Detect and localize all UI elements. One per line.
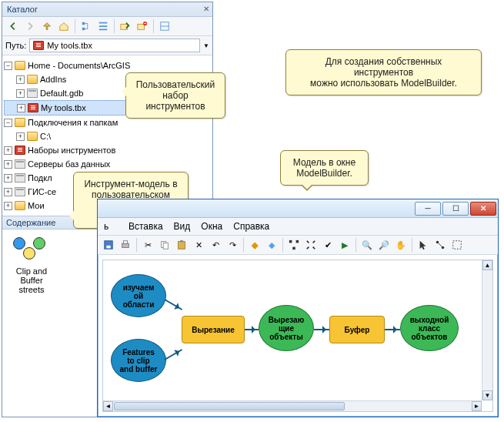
path-label: Путь: (5, 41, 26, 50)
menu-help[interactable]: Справка (233, 221, 269, 232)
node-tool-buffer[interactable]: Буфер (329, 316, 385, 343)
svg-rect-13 (180, 240, 183, 243)
connect-folder-icon[interactable] (118, 18, 133, 34)
svg-rect-3 (138, 24, 145, 29)
svg-rect-0 (82, 22, 85, 25)
arrow-left-icon[interactable] (5, 18, 21, 34)
dropdown-icon[interactable]: ▼ (203, 42, 209, 49)
run-icon[interactable]: ▶ (337, 237, 352, 253)
delete-icon[interactable]: ✕ (191, 237, 206, 253)
expand-icon[interactable]: + (16, 89, 25, 98)
auto-layout-icon[interactable] (286, 237, 302, 253)
node-input-1[interactable]: изучаем ой области (111, 274, 166, 317)
catalog-toolbar (2, 17, 212, 36)
tree-item-c-drive[interactable]: + C:\ (4, 129, 211, 143)
callout-hint: Для создания собственных инструментов мо… (285, 49, 482, 95)
collapse-icon[interactable]: − (4, 62, 12, 70)
arrow-right-grey-icon[interactable] (22, 18, 38, 34)
path-field[interactable]: My tools.tbx (29, 39, 200, 52)
folder-icon (15, 118, 25, 127)
connect-icon[interactable] (432, 237, 448, 253)
mb-toolbar: ✂ ✕ ↶ ↷ ◆ ◆ ✔ ▶ 🔍 🔎 ✋ (98, 236, 498, 255)
menu-insert[interactable]: Вставка (129, 221, 163, 232)
minimize-button[interactable]: ─ (415, 202, 441, 216)
up-icon[interactable] (39, 18, 55, 34)
copy-icon[interactable] (157, 237, 172, 253)
folder-icon (27, 132, 38, 141)
folder-icon (27, 75, 38, 84)
paste-icon[interactable] (174, 237, 189, 253)
expand-icon[interactable]: + (4, 160, 12, 169)
svg-rect-7 (106, 246, 110, 249)
menu-windows[interactable]: Окна (201, 221, 222, 232)
model-icon (13, 237, 50, 266)
tree-item-home[interactable]: − Home - Documents\ArcGIS (4, 59, 211, 72)
pan-icon[interactable]: ✋ (393, 237, 409, 253)
mb-titlebar: ─ ☐ ✕ (98, 199, 498, 218)
svg-rect-16 (292, 247, 295, 250)
select-all-icon[interactable] (449, 237, 465, 253)
toolbox-icon (28, 103, 38, 112)
print-icon[interactable] (118, 237, 133, 253)
tree-item-toolboxes[interactable]: + Наборы инструментов (4, 143, 211, 157)
menu-trunc[interactable]: ь (104, 221, 118, 232)
svg-rect-2 (121, 24, 128, 29)
cut-icon[interactable]: ✂ (140, 237, 155, 253)
callout-mb-window: Модель в окне ModelBuilder. (280, 150, 369, 186)
scrollbar-horizontal[interactable]: ◄ ► (103, 400, 482, 411)
folder-icon (15, 61, 25, 70)
zoom-out-icon[interactable]: 🔎 (376, 237, 392, 253)
home-icon[interactable] (56, 18, 72, 34)
add-data-icon[interactable]: ◆ (247, 237, 262, 253)
expand-icon[interactable]: + (16, 132, 25, 141)
expand-icon[interactable]: + (4, 202, 12, 210)
menu-view[interactable]: Вид (174, 221, 191, 232)
model-item[interactable]: Clip and Buffer streets (8, 237, 55, 294)
mb-menubar: ь Вставка Вид Окна Справка (98, 218, 498, 236)
node-output[interactable]: выходной класс объектов (400, 305, 459, 351)
expand-icon[interactable]: + (4, 188, 12, 196)
node-data-mid[interactable]: Вырезаю щие объекты (259, 305, 314, 351)
close-button[interactable]: ✕ (470, 202, 496, 216)
validate-icon[interactable]: ✔ (320, 237, 335, 253)
toolbox-icon (15, 146, 25, 155)
collapse-icon[interactable]: − (4, 119, 12, 127)
expand-icon[interactable]: + (16, 75, 25, 84)
full-extent-icon[interactable] (303, 237, 319, 253)
close-icon[interactable]: ✕ (203, 5, 209, 13)
select-icon[interactable] (416, 237, 431, 253)
connector (385, 329, 400, 330)
expand-icon[interactable]: + (17, 104, 25, 112)
redo-icon[interactable]: ↷ (225, 237, 240, 253)
connector (314, 329, 329, 330)
node-tool-clip[interactable]: Вырезание (182, 316, 245, 343)
globe-icon (15, 187, 25, 196)
save-icon[interactable] (101, 237, 116, 253)
undo-icon[interactable]: ↶ (208, 237, 223, 253)
catalog-title: Каталог (7, 5, 38, 14)
expand-icon[interactable]: + (4, 146, 12, 155)
expand-icon[interactable]: + (4, 174, 12, 183)
tree-view-icon[interactable] (78, 18, 94, 34)
mb-canvas[interactable]: изучаем ой области Features to clip and … (102, 260, 493, 412)
maximize-button[interactable]: ☐ (442, 202, 469, 216)
node-input-2[interactable]: Features to clip and buffer (111, 339, 166, 382)
scrollbar-thumb[interactable] (114, 402, 345, 410)
svg-rect-12 (179, 242, 185, 250)
modelbuilder-window: ─ ☐ ✕ ь Вставка Вид Окна Справка ✂ ✕ ↶ ↷… (97, 199, 499, 417)
disconnect-folder-icon[interactable] (135, 18, 150, 34)
connector (165, 349, 183, 360)
svg-rect-1 (82, 28, 85, 31)
svg-rect-14 (289, 240, 292, 243)
svg-rect-19 (453, 241, 462, 250)
tree-item-db-servers[interactable]: + Серверы баз данных (4, 157, 211, 171)
zoom-in-icon[interactable]: 🔍 (359, 237, 375, 253)
scrollbar-vertical[interactable]: ▲▼ (482, 260, 492, 400)
connector (245, 329, 259, 330)
server-icon (15, 159, 25, 169)
toggle-icon[interactable] (157, 18, 172, 34)
svg-rect-15 (296, 240, 299, 243)
list-view-icon[interactable] (95, 18, 111, 34)
svg-rect-9 (123, 241, 127, 244)
add-tool-icon[interactable]: ◆ (264, 237, 279, 253)
